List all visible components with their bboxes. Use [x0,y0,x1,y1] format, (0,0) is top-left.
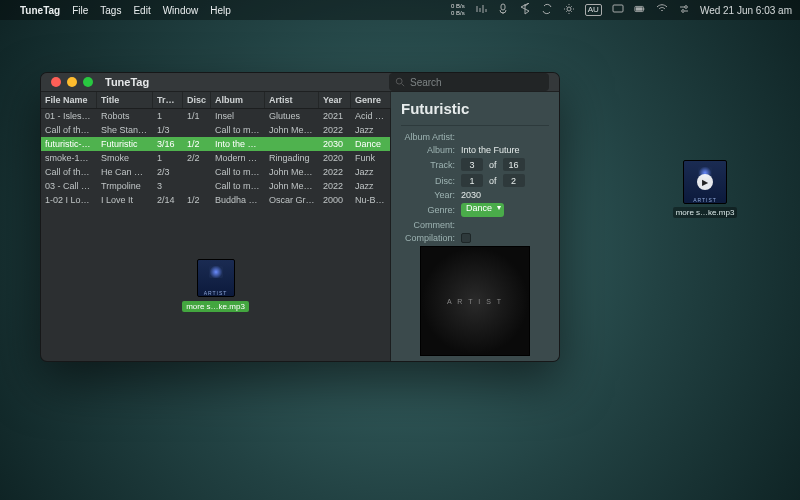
search-placeholder: Search [410,77,442,88]
label-disc-of: of [489,176,497,186]
desktop-file-label: more s…ke.mp3 [673,207,738,218]
col-artist[interactable]: Artist [265,92,319,108]
col-year[interactable]: Year [319,92,351,108]
cell-track: 1/3 [153,123,183,137]
control-center-icon[interactable] [678,3,690,17]
col-disc[interactable]: Disc [183,92,211,108]
menu-file[interactable]: File [72,5,88,16]
cell-title: He Can W… [97,165,153,179]
cell-file: Call of the… [41,123,97,137]
cell-track: 2/3 [153,165,183,179]
search-input[interactable]: Search [389,73,549,91]
mic-icon[interactable] [497,3,509,17]
bluetooth-icon[interactable] [519,3,531,17]
cell-year: 2020 [319,151,351,165]
cell-album: Call to ma… [211,123,265,137]
cell-title: Smoke [97,151,153,165]
track-number-field[interactable] [461,158,483,171]
label-disc: Disc: [401,176,455,186]
play-overlay-icon[interactable]: ▶ [697,174,713,190]
cell-year: 2030 [319,137,351,151]
menu-window[interactable]: Window [163,5,199,16]
track-table: File Name Title Track Disc Album Artist … [41,92,391,362]
desktop-file[interactable]: ARTIST ▶ more s…ke.mp3 [680,160,730,218]
col-album[interactable]: Album [211,92,265,108]
disc-total-field[interactable] [503,174,525,187]
col-genre[interactable]: Genre [351,92,391,108]
menu-edit[interactable]: Edit [133,5,150,16]
svg-rect-0 [501,4,505,10]
label-album-artist: Album Artist: [401,132,455,142]
cell-disc [183,179,211,193]
cell-album: Into the F… [211,137,265,151]
cell-track: 1 [153,151,183,165]
svg-point-6 [685,6,688,9]
album-art[interactable]: A R T I S T [420,246,530,356]
cell-disc [183,165,211,179]
cell-genre: Dance [351,137,391,151]
cell-file: Call of the… [41,165,97,179]
equalizer-icon[interactable] [475,3,487,17]
label-track-of: of [489,160,497,170]
label-genre: Genre: [401,205,455,215]
metadata-panel: Futuristic Album Artist: Album:Into the … [391,92,559,362]
col-track[interactable]: Track [153,92,183,108]
cell-track: 2/14 [153,193,183,207]
dropzone[interactable]: ARTIST more s…ke.mp3 [41,207,390,362]
disc-number-field[interactable] [461,174,483,187]
cell-file: 01 - Isles… [41,109,97,123]
table-row[interactable]: 1-02 I Lov…I Love It2/141/2Buddha J…Osca… [41,193,390,207]
titlebar[interactable]: TuneTag Search [41,73,559,92]
menubar-app-name[interactable]: TuneTag [20,5,60,16]
display-icon[interactable] [612,3,624,17]
table-row[interactable]: 03 - Call …Trmpoline3Call to ma…John Met… [41,179,390,193]
cell-genre: Jazz [351,165,391,179]
table-row[interactable]: Call of the…He Can W…2/3Call to ma…John … [41,165,390,179]
value-year[interactable]: 2030 [461,190,481,200]
compilation-checkbox[interactable] [461,233,471,243]
input-source-indicator[interactable]: AU [585,4,602,16]
cell-artist: John Met… [265,165,319,179]
cell-year: 2000 [319,193,351,207]
cell-track: 1 [153,109,183,123]
table-header: File Name Title Track Disc Album Artist … [41,92,390,109]
menu-tags[interactable]: Tags [100,5,121,16]
cell-title: Futuristic [97,137,153,151]
zoom-button[interactable] [83,77,93,87]
minimize-button[interactable] [67,77,77,87]
table-row[interactable]: futuristic-…Futuristic3/161/2Into the F…… [41,137,390,151]
label-compilation: Compilation: [401,233,455,243]
close-button[interactable] [51,77,61,87]
genre-select[interactable]: Dance [461,203,504,217]
label-comment: Comment: [401,220,455,230]
cell-artist: Glutues [265,109,319,123]
label-track: Track: [401,160,455,170]
menubar-clock[interactable]: Wed 21 Jun 6:03 am [700,5,792,16]
cell-disc: 1/2 [183,193,211,207]
cell-artist [265,137,319,151]
cell-album: Insel [211,109,265,123]
network-speed-indicator: 0 B/s0 B/s [451,3,465,17]
col-title[interactable]: Title [97,92,153,108]
gear-icon[interactable] [563,3,575,17]
wifi-icon[interactable] [656,3,668,17]
menu-help[interactable]: Help [210,5,231,16]
battery-icon[interactable] [634,3,646,17]
cell-year: 2022 [319,165,351,179]
table-row[interactable]: 01 - Isles…Robots11/1InselGlutues2021Aci… [41,109,390,123]
divider [401,125,549,126]
cell-title: Trmpoline [97,179,153,193]
cell-genre: Acid J… [351,109,391,123]
table-row[interactable]: Call of the…She Stand…1/3Call to ma…John… [41,123,390,137]
dropzone-filename: more s…ke.mp3 [182,301,249,312]
value-album[interactable]: Into the Future [461,145,520,155]
cell-album: Modern Fi… [211,151,265,165]
sync-icon[interactable] [541,3,553,17]
svg-point-7 [682,10,685,13]
table-row[interactable]: smoke-14…Smoke12/2Modern Fi…Ringading202… [41,151,390,165]
cell-album: Call to ma… [211,165,265,179]
track-total-field[interactable] [503,158,525,171]
window-title: TuneTag [105,76,149,88]
col-filename[interactable]: File Name [41,92,97,108]
cell-artist: Oscar Gre… [265,193,319,207]
